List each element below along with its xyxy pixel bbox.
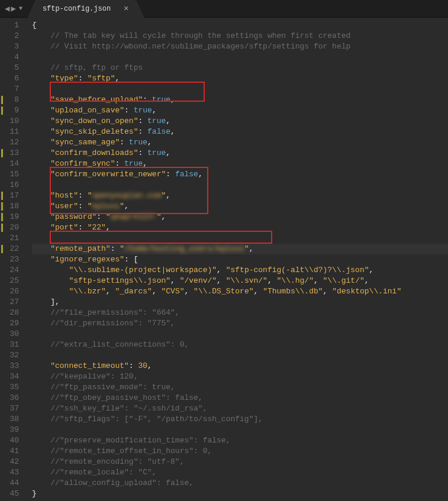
line-number: 38 <box>2 414 19 425</box>
code-line[interactable]: "sync_down_on_open": true, <box>32 116 448 127</box>
line-number: 42 <box>2 457 19 467</box>
code-line[interactable]: "type": "sftp", <box>32 73 448 84</box>
code-editor[interactable]: 1234567891011121314151617181920212223242… <box>0 18 448 501</box>
line-number: 1 <box>2 20 19 31</box>
tab-bar: ◀ ▶ ▼ sftp-config.json × <box>0 0 448 18</box>
line-number: 13 <box>2 148 19 159</box>
line-number: 9 <box>2 105 19 116</box>
line-number: 23 <box>2 254 19 265</box>
tab-active[interactable]: sftp-config.json × <box>36 0 136 18</box>
line-number: 45 <box>2 489 19 499</box>
line-number: 44 <box>2 478 19 489</box>
code-line[interactable]: //"file_permissions": "664", <box>32 308 448 318</box>
code-line[interactable]: ], <box>32 297 448 308</box>
code-line[interactable]: //"ftp_passive_mode": true, <box>32 382 448 393</box>
code-line[interactable]: "remote_path": "/home/hosting_users/kplu… <box>32 244 448 254</box>
line-number: 12 <box>2 137 19 148</box>
line-number: 33 <box>2 361 19 371</box>
code-line[interactable]: //"ssh_key_file": "~/.ssh/id_rsa", <box>32 403 448 414</box>
code-line[interactable]: //"remote_locale": "C", <box>32 467 448 478</box>
code-line[interactable] <box>32 329 448 340</box>
line-number: 16 <box>2 180 19 190</box>
line-number: 25 <box>2 276 19 286</box>
line-number: 20 <box>2 222 19 233</box>
tab-filename: sftp-config.json <box>43 5 111 13</box>
code-line[interactable] <box>32 350 448 361</box>
code-line[interactable]: //"ftp_obey_passive_host": false, <box>32 393 448 403</box>
code-line[interactable] <box>32 84 448 95</box>
line-number: 2 <box>2 31 19 41</box>
code-line[interactable]: "\\.bzr", "_darcs", "CVS", "\\.DS_Store"… <box>32 286 448 297</box>
line-number: 34 <box>2 371 19 382</box>
code-line[interactable]: "save_before_upload": true, <box>32 95 448 105</box>
line-number: 15 <box>2 169 19 180</box>
line-number: 41 <box>2 446 19 457</box>
code-line[interactable]: "confirm_sync": true, <box>32 159 448 169</box>
code-line[interactable]: //"preserve_modification_times": false, <box>32 435 448 446</box>
line-number: 14 <box>2 159 19 169</box>
line-number-gutter: 1234567891011121314151617181920212223242… <box>0 18 25 501</box>
line-number: 28 <box>2 308 19 318</box>
code-line[interactable]: "host": "openyouplan.com", <box>32 190 448 201</box>
line-number: 6 <box>2 73 19 84</box>
code-line[interactable]: "confirm_downloads": true, <box>32 148 448 159</box>
line-number: 39 <box>2 425 19 435</box>
line-number: 10 <box>2 116 19 127</box>
line-number: 37 <box>2 403 19 414</box>
line-number: 31 <box>2 340 19 350</box>
line-number: 30 <box>2 329 19 340</box>
code-line[interactable] <box>32 425 448 435</box>
line-number: 35 <box>2 382 19 393</box>
line-number: 21 <box>2 233 19 244</box>
line-number: 43 <box>2 467 19 478</box>
code-line[interactable]: //"allow_config_upload": false, <box>32 478 448 489</box>
code-line[interactable]: "\\.sublime-(project|workspace)", "sftp-… <box>32 265 448 276</box>
line-number: 5 <box>2 63 19 73</box>
code-line[interactable]: "sync_skip_deletes": false, <box>32 127 448 137</box>
code-line[interactable]: { <box>32 20 448 31</box>
line-number: 8 <box>2 95 19 105</box>
nav-back-icon[interactable]: ◀ <box>5 4 9 14</box>
line-number: 29 <box>2 318 19 329</box>
code-line[interactable]: "upload_on_save": true, <box>32 105 448 116</box>
line-number: 4 <box>2 52 19 63</box>
line-number: 24 <box>2 265 19 276</box>
code-line[interactable]: //"dir_permissions": "775", <box>32 318 448 329</box>
line-number: 3 <box>2 41 19 52</box>
code-line[interactable]: //"extra_list_connections": 0, <box>32 340 448 350</box>
code-line[interactable]: // Visit http://wbond.net/sublime_packag… <box>32 41 448 52</box>
code-area[interactable]: { // The tab key will cycle through the … <box>25 18 448 501</box>
nav-arrows: ◀ ▶ ▼ <box>0 4 27 14</box>
code-line[interactable]: //"sftp_flags": ["-F", "/path/to/ssh_con… <box>32 414 448 425</box>
code-line[interactable]: // sftp, ftp or ftps <box>32 63 448 73</box>
code-line[interactable]: //"remote_time_offset_in_hours": 0, <box>32 446 448 457</box>
code-line[interactable]: //"remote_encoding": "utf-8", <box>32 457 448 467</box>
code-line[interactable]: // The tab key will cycle through the se… <box>32 31 448 41</box>
line-number: 17 <box>2 190 19 201</box>
line-number: 32 <box>2 350 19 361</box>
line-number: 40 <box>2 435 19 446</box>
line-number: 26 <box>2 286 19 297</box>
code-line[interactable]: "user": "kplusi", <box>32 201 448 212</box>
code-line[interactable] <box>32 52 448 63</box>
code-line[interactable]: //"keepalive": 120, <box>32 371 448 382</box>
code-line[interactable] <box>32 180 448 190</box>
code-line[interactable]: "confirm_overwrite_newer": false, <box>32 169 448 180</box>
code-line[interactable]: "sync_same_age": true, <box>32 137 448 148</box>
code-line[interactable]: "ignore_regexes": [ <box>32 254 448 265</box>
nav-forward-icon[interactable]: ▶ <box>11 4 15 14</box>
code-line[interactable] <box>32 233 448 244</box>
line-number: 7 <box>2 84 19 95</box>
line-number: 22 <box>2 244 19 254</box>
tab-close-icon[interactable]: × <box>124 4 128 14</box>
line-number: 27 <box>2 297 19 308</box>
code-line[interactable]: "sftp-settings\\.json", "/venv/", "\\.sv… <box>32 276 448 286</box>
code-line[interactable]: "port": "22", <box>32 222 448 233</box>
line-number: 18 <box>2 201 19 212</box>
nav-dropdown-icon[interactable]: ▼ <box>17 5 22 12</box>
code-line[interactable]: "connect_timeout": 30, <box>32 361 448 371</box>
code-line[interactable]: } <box>32 489 448 499</box>
line-number: 36 <box>2 393 19 403</box>
code-line[interactable]: "password": "qkwprk123!", <box>32 212 448 222</box>
line-number: 11 <box>2 127 19 137</box>
